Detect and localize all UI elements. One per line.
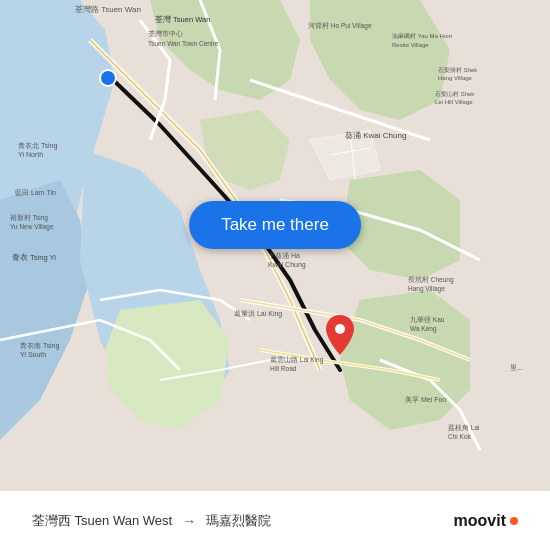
svg-text:河背村 Ho Pui Village: 河背村 Ho Pui Village bbox=[308, 22, 372, 30]
moovit-brand-text: moovit bbox=[454, 512, 506, 530]
footer-origin: 荃灣西 Tsuen Wan West bbox=[32, 512, 172, 530]
moovit-logo: moovit bbox=[454, 512, 518, 530]
svg-text:Chi Kok: Chi Kok bbox=[448, 433, 472, 440]
svg-text:Yu New Village: Yu New Village bbox=[10, 223, 54, 231]
svg-text:藍田 Lam Tin: 藍田 Lam Tin bbox=[15, 189, 56, 196]
svg-text:荔枝角 Lai: 荔枝角 Lai bbox=[448, 424, 479, 432]
svg-text:Hill Road: Hill Road bbox=[270, 365, 297, 372]
svg-text:Hang Village: Hang Village bbox=[408, 285, 445, 293]
svg-text:葵涌 Kwai Chung: 葵涌 Kwai Chung bbox=[345, 131, 406, 140]
svg-text:裕新村 Tsing: 裕新村 Tsing bbox=[10, 214, 48, 222]
svg-text:長坑村 Cheung: 長坑村 Cheung bbox=[408, 276, 454, 284]
take-me-there-button[interactable]: Take me there bbox=[189, 201, 361, 249]
svg-text:里...: 里... bbox=[510, 364, 523, 371]
svg-text:青衣南 Tsing: 青衣南 Tsing bbox=[20, 342, 59, 350]
svg-text:葛雲山路 Lai King: 葛雲山路 Lai King bbox=[270, 356, 324, 364]
svg-text:油麻磡村 Yau Ma Hom: 油麻磡村 Yau Ma Hom bbox=[392, 32, 452, 39]
footer-nav: 荃灣西 Tsuen Wan West → 瑪嘉烈醫院 moovit bbox=[16, 512, 534, 530]
svg-text:Yi South: Yi South bbox=[20, 351, 46, 358]
svg-text:Kwai Chung: Kwai Chung bbox=[268, 261, 306, 269]
svg-point-35 bbox=[335, 324, 345, 334]
svg-text:青衣北 Tsing: 青衣北 Tsing bbox=[18, 142, 57, 150]
svg-text:Yi North: Yi North bbox=[18, 151, 43, 158]
footer-destination: 瑪嘉烈醫院 bbox=[206, 512, 271, 530]
svg-text:九華徑 Kau: 九華徑 Kau bbox=[410, 316, 445, 323]
svg-text:葛量洪 Lai King: 葛量洪 Lai King bbox=[234, 310, 282, 318]
svg-text:下葵涌 Ha: 下葵涌 Ha bbox=[268, 252, 300, 260]
svg-text:荃灣市中心: 荃灣市中心 bbox=[148, 30, 183, 37]
svg-text:荃灣 Tsuen Wan: 荃灣 Tsuen Wan bbox=[155, 15, 210, 24]
svg-text:青衣 Tsing Yi: 青衣 Tsing Yi bbox=[12, 253, 56, 262]
svg-text:Wa Keng: Wa Keng bbox=[410, 325, 437, 333]
footer-bar: 荃灣西 Tsuen Wan West → 瑪嘉烈醫院 moovit bbox=[0, 490, 550, 550]
svg-text:美孚 Mei Foo: 美孚 Mei Foo bbox=[405, 396, 446, 403]
moovit-dot bbox=[510, 517, 518, 525]
svg-text:石梨山村 Shek: 石梨山村 Shek bbox=[435, 91, 475, 97]
footer-route: 荃灣西 Tsuen Wan West → 瑪嘉烈醫院 bbox=[32, 512, 454, 530]
svg-text:石梨掛村 Shek: 石梨掛村 Shek bbox=[438, 67, 478, 73]
svg-text:Tsuen Wan Town Centre: Tsuen Wan Town Centre bbox=[148, 40, 219, 47]
map-container: 荃灣路 Tsuen Wan 荃灣 Tsuen Wan 荃灣市中心 Tsuen W… bbox=[0, 0, 550, 490]
svg-text:荃灣路 Tsuen Wan: 荃灣路 Tsuen Wan bbox=[75, 5, 141, 14]
svg-text:Resite Village: Resite Village bbox=[392, 42, 429, 48]
svg-text:Lei Hill Village: Lei Hill Village bbox=[435, 99, 473, 105]
footer-direction-arrow: → bbox=[182, 513, 196, 529]
svg-point-34 bbox=[100, 70, 116, 86]
svg-text:Hang Village: Hang Village bbox=[438, 75, 473, 81]
